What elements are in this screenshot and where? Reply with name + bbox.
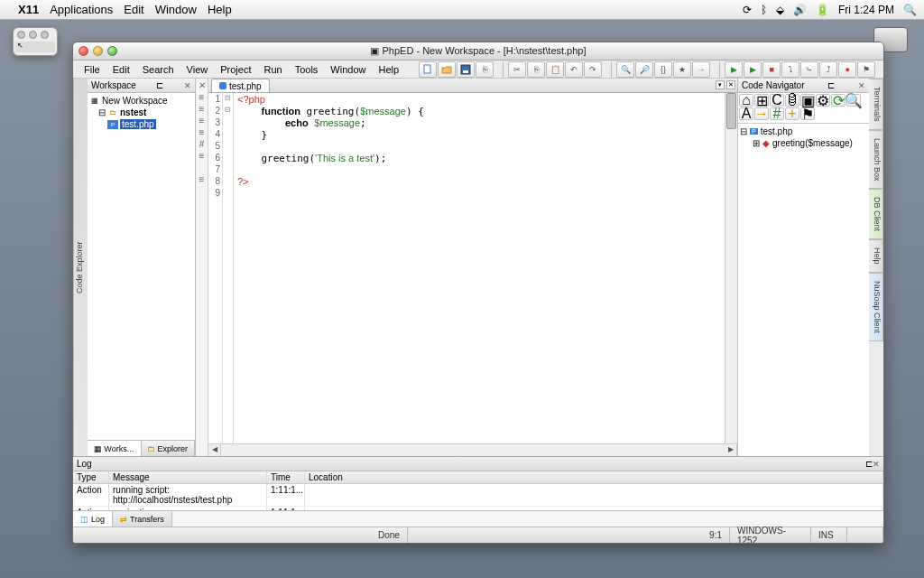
- close-icon[interactable]: ✕: [858, 81, 865, 90]
- copy-button[interactable]: ⎘: [527, 61, 545, 78]
- expand-icon[interactable]: ⊞: [753, 138, 760, 148]
- window-titlebar[interactable]: ▣ PhpED - New Workspace - [H:\nstest\tes…: [73, 42, 883, 61]
- navigator-tree[interactable]: ⊟Ptest.php ⊞◆greeting($message): [738, 124, 869, 456]
- menu-help[interactable]: Help: [373, 62, 404, 77]
- step-over-button[interactable]: ⤵: [781, 61, 799, 78]
- nav-symbol-label[interactable]: greeting($message): [772, 138, 853, 148]
- panel-pin-icon[interactable]: ⊏: [865, 459, 873, 469]
- col-type[interactable]: Type: [73, 471, 109, 483]
- collapse-icon[interactable]: ⊟: [98, 107, 106, 117]
- run-button[interactable]: ▶: [725, 61, 743, 78]
- find-button[interactable]: 🔍: [616, 61, 634, 78]
- bookmark-button[interactable]: ★: [673, 61, 691, 78]
- nav-hash-button[interactable]: #: [770, 107, 784, 120]
- tab-help[interactable]: Help: [869, 239, 883, 273]
- nav-db-button[interactable]: 🛢: [785, 94, 799, 107]
- redo-button[interactable]: ↷: [584, 61, 602, 78]
- nav-refresh-button[interactable]: ⟳: [831, 94, 845, 107]
- tab-nusoap-client[interactable]: NuSoap Client: [869, 273, 883, 341]
- save-all-button[interactable]: ⎘: [476, 61, 494, 78]
- workspace-tree[interactable]: ▦New Workspace ⊟🗀nstest Ptest.php: [88, 93, 195, 440]
- editor-tab-testphp[interactable]: test.php: [211, 79, 270, 92]
- code-explorer-tab[interactable]: Code Explorer: [73, 79, 88, 456]
- toggle-button[interactable]: ⚑: [857, 61, 875, 78]
- tree-project[interactable]: nstest: [120, 107, 146, 117]
- sync-icon[interactable]: ⟳: [743, 4, 752, 16]
- line-marker[interactable]: ≡: [199, 91, 205, 103]
- clock[interactable]: Fri 1:24 PM: [838, 4, 894, 16]
- close-tab-icon[interactable]: ✕: [199, 79, 206, 91]
- tab-explorer[interactable]: 🗀Explorer: [142, 441, 196, 456]
- paste-button[interactable]: 📋: [546, 61, 564, 78]
- nav-goto-button[interactable]: →: [754, 107, 769, 120]
- fold-gutter[interactable]: ⊟⊟: [223, 93, 234, 443]
- stop-button[interactable]: ■: [762, 61, 781, 78]
- split-dropdown-button[interactable]: ▾: [716, 80, 725, 89]
- tab-workspace[interactable]: ▦Works...: [88, 441, 142, 456]
- nav-tree-button[interactable]: ⊞: [754, 94, 769, 107]
- close-editor-button[interactable]: ✕: [726, 80, 735, 89]
- menu-window[interactable]: Window: [155, 3, 197, 16]
- find-in-files-button[interactable]: 🔎: [635, 61, 653, 78]
- save-button[interactable]: [457, 61, 475, 78]
- col-message[interactable]: Message: [109, 471, 267, 483]
- goto-button[interactable]: →: [692, 61, 710, 78]
- nav-more-button[interactable]: ⚑: [800, 107, 815, 120]
- panel-pin-icon[interactable]: ⊏: [827, 80, 835, 90]
- battery-icon[interactable]: 🔋: [816, 4, 829, 16]
- volume-icon[interactable]: 🔊: [793, 4, 807, 16]
- nav-add-button[interactable]: +: [785, 107, 799, 120]
- nav-home-button[interactable]: ⌂: [739, 94, 753, 107]
- menu-project[interactable]: Project: [215, 62, 256, 77]
- menu-search[interactable]: Search: [137, 62, 180, 77]
- vertical-scrollbar[interactable]: [725, 93, 737, 443]
- breakpoint-button[interactable]: ●: [838, 61, 856, 78]
- menu-edit[interactable]: Edit: [107, 62, 135, 77]
- tab-log[interactable]: ◫Log: [73, 511, 113, 527]
- tab-db-client[interactable]: DB Client: [869, 189, 883, 239]
- tab-launch-box[interactable]: Launch Box: [869, 130, 883, 190]
- close-icon[interactable]: ✕: [873, 460, 880, 469]
- code-editor[interactable]: <?php function greeting($message) { echo…: [234, 93, 725, 443]
- menu-run[interactable]: Run: [258, 62, 287, 77]
- nav-settings-button[interactable]: ⚙: [816, 94, 830, 107]
- panel-pin-icon[interactable]: ⊏: [156, 80, 163, 90]
- menu-x11[interactable]: X11: [18, 3, 39, 16]
- tree-root[interactable]: New Workspace: [102, 96, 168, 106]
- x11-helper-window[interactable]: ↖: [13, 27, 58, 56]
- log-table[interactable]: Type Message Time Location Actionrunning…: [73, 471, 883, 510]
- col-time[interactable]: Time: [267, 471, 305, 483]
- step-into-button[interactable]: ⤷: [800, 61, 818, 78]
- scrollbar-thumb[interactable]: [726, 93, 736, 129]
- menu-edit[interactable]: Edit: [124, 3, 143, 16]
- tree-file-selected[interactable]: test.php: [120, 119, 156, 129]
- menu-window[interactable]: Window: [325, 62, 371, 77]
- menu-file[interactable]: File: [79, 62, 106, 77]
- nav-file-label[interactable]: test.php: [761, 126, 793, 136]
- collapse-icon[interactable]: ⊟: [740, 126, 747, 136]
- menu-applications[interactable]: Applications: [50, 3, 113, 16]
- tab-terminals[interactable]: Terminals: [869, 79, 883, 130]
- open-button[interactable]: [438, 61, 456, 78]
- wifi-icon[interactable]: ⬙: [776, 4, 784, 16]
- tab-transfers[interactable]: ⇄Transfers: [113, 511, 172, 527]
- nav-find-button[interactable]: 🔍: [846, 94, 861, 107]
- menu-help[interactable]: Help: [208, 3, 232, 16]
- log-row[interactable]: Actionrunning script: http://localhost/n…: [73, 484, 883, 507]
- undo-button[interactable]: ↶: [565, 61, 583, 78]
- horizontal-scrollbar[interactable]: ◀ ▶: [208, 443, 737, 456]
- bluetooth-icon[interactable]: ᛒ: [761, 4, 767, 16]
- step-out-button[interactable]: ⤴: [819, 61, 837, 78]
- menu-view[interactable]: View: [181, 62, 214, 77]
- close-icon[interactable]: ✕: [184, 81, 191, 90]
- col-location[interactable]: Location: [305, 471, 883, 483]
- scroll-left-button[interactable]: ◀: [208, 444, 221, 456]
- new-file-button[interactable]: [419, 61, 437, 78]
- debug-button[interactable]: ▶: [744, 61, 762, 78]
- bracket-button[interactable]: {}: [654, 61, 672, 78]
- spotlight-icon[interactable]: 🔍: [903, 4, 917, 16]
- nav-sort-button[interactable]: A: [739, 107, 753, 120]
- cut-button[interactable]: ✂: [508, 61, 526, 78]
- nav-class-button[interactable]: C: [770, 94, 784, 107]
- menu-tools[interactable]: Tools: [290, 62, 324, 77]
